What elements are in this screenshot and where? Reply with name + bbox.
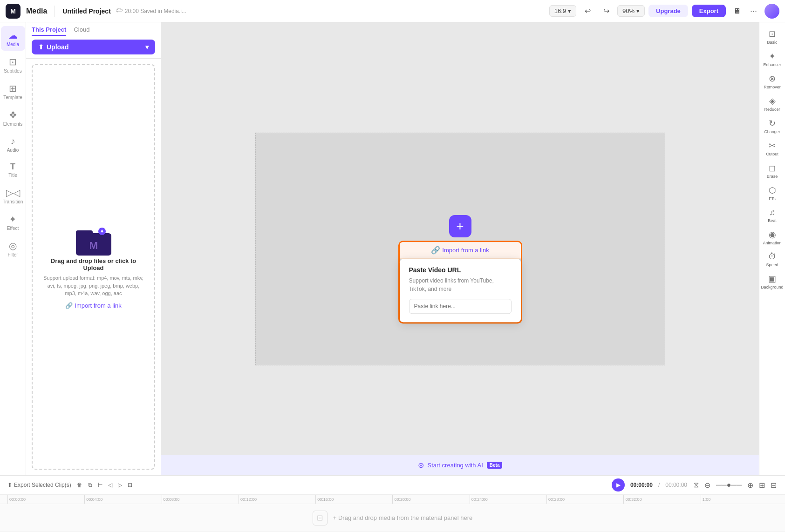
zoom-selector[interactable]: 90% ▾: [617, 5, 645, 17]
right-item-remover[interactable]: ⊗ Remover: [760, 71, 785, 92]
caption-icon[interactable]: ⊟: [770, 480, 778, 491]
split-track-icon[interactable]: ⧖: [693, 480, 700, 490]
split-clip-button[interactable]: ⊢: [98, 482, 102, 488]
trash-icon: 🗑: [77, 482, 82, 488]
audio-icon: ♪: [11, 136, 15, 147]
right-item-beat[interactable]: ♬ Beat: [760, 205, 785, 226]
sidebar-item-title[interactable]: T Title: [1, 158, 25, 182]
canvas-upload-plus-button[interactable]: +: [449, 215, 471, 237]
zoom-in-icon[interactable]: ⊕: [746, 480, 754, 491]
right-item-enhancer[interactable]: ✦ Enhancer: [760, 48, 785, 70]
svg-text:M: M: [89, 240, 97, 251]
total-time: 00:00:00: [665, 482, 687, 488]
bottom-area: ⬆ Export Selected Clip(s) 🗑 ⧉ ⊢ ◁ ▷ ⊡ ▶ …: [0, 475, 785, 532]
monitor-icon-button[interactable]: 🖥: [730, 4, 744, 19]
media-panel-header: This Project Cloud ⬆ Upload ▾: [26, 22, 161, 59]
template-icon: ⊞: [9, 83, 17, 94]
animation-icon: ◉: [769, 229, 776, 240]
right-item-reducer[interactable]: ◈ Reducer: [760, 93, 785, 114]
subtitles-icon: ⊡: [9, 56, 17, 67]
delete-clip-button[interactable]: 🗑: [77, 482, 82, 488]
tab-this-project[interactable]: This Project: [32, 26, 66, 36]
more-options-button[interactable]: ···: [748, 6, 759, 16]
timeline-ruler: 00:00:00 00:04:00 00:08:00 00:12:00 00:1…: [0, 495, 785, 504]
zoom-out-icon[interactable]: ⊖: [703, 480, 711, 491]
effect-icon: ✦: [9, 214, 17, 225]
save-status: 20:00 Saved in Media.i...: [116, 8, 186, 14]
prev-frame-button[interactable]: ◁: [108, 482, 112, 488]
right-item-fts[interactable]: ⬡ FTs: [760, 182, 785, 204]
right-item-label: Beat: [768, 218, 777, 223]
more-timeline-button[interactable]: ⊡: [128, 482, 132, 488]
tab-cloud[interactable]: Cloud: [74, 26, 89, 36]
changer-icon: ↻: [769, 118, 776, 128]
right-item-erase[interactable]: ◻ Erase: [760, 160, 785, 182]
media-import-link[interactable]: 🔗 Import from a link: [65, 302, 121, 309]
undo-button[interactable]: ↩: [580, 4, 595, 19]
timeline-drop-zone[interactable]: ⊡ + Drag and drop media from the materia…: [313, 511, 473, 525]
fit-screen-icon[interactable]: ⊞: [758, 480, 766, 491]
upgrade-button[interactable]: Upgrade: [648, 5, 688, 17]
basic-icon: ⊡: [769, 29, 776, 39]
right-item-changer[interactable]: ↻ Changer: [760, 115, 785, 137]
paste-link-input[interactable]: [409, 299, 512, 314]
aspect-ratio-selector[interactable]: 16:9 ▾: [549, 5, 576, 17]
speed-icon: ⏱: [768, 252, 777, 262]
ai-bar[interactable]: ⊛ Start creating with AI Beta: [161, 455, 759, 475]
next-frame-button[interactable]: ▷: [118, 482, 122, 488]
current-time: 00:00:00: [630, 482, 653, 488]
zoom-slider[interactable]: ──●──: [715, 480, 743, 490]
ruler-mark: 1:00: [701, 495, 778, 504]
export-clips-button[interactable]: ⬆ Export Selected Clip(s): [7, 482, 71, 488]
sidebar-item-label: Media: [7, 42, 19, 47]
right-sidebar: ⊡ Basic ✦ Enhancer ⊗ Remover ◈ Reducer ↻…: [759, 22, 785, 475]
paste-popup-outer-border: 🔗 Import from a link Paste Video URL Sup…: [398, 241, 522, 323]
right-item-basic[interactable]: ⊡ Basic: [760, 26, 785, 47]
avatar[interactable]: [765, 4, 779, 19]
right-item-speed[interactable]: ⏱ Speed: [760, 249, 785, 270]
duplicate-clip-button[interactable]: ⧉: [88, 482, 92, 488]
project-name[interactable]: Untitled Project: [62, 7, 110, 15]
topbar: M Media Untitled Project 20:00 Saved in …: [0, 0, 785, 22]
play-button[interactable]: ▶: [612, 478, 625, 492]
right-item-background[interactable]: ▣ Background: [760, 271, 785, 292]
svg-text:✦: ✦: [100, 228, 104, 235]
beat-icon: ♬: [769, 208, 776, 217]
link-icon: 🔗: [431, 246, 440, 255]
center-right-area: + Click to Upload Or select a template t…: [161, 22, 759, 475]
sidebar-item-elements[interactable]: ❖ Elements: [1, 106, 25, 130]
media-tabs: This Project Cloud: [32, 26, 155, 36]
ruler-mark: 00:16:00: [315, 495, 392, 504]
paste-popup-title: Paste Video URL: [409, 266, 512, 274]
main-layout: ☁ Media ⊡ Subtitles ⊞ Template ❖ Element…: [0, 22, 785, 475]
fts-icon: ⬡: [769, 185, 776, 195]
plus-icon: +: [456, 220, 464, 233]
timeline-drop-hint: + Drag and drop media from the material …: [333, 514, 473, 521]
sidebar-item-template[interactable]: ⊞ Template: [1, 79, 25, 104]
media-drop-zone[interactable]: M ✦ Drag and drop files or click to Uplo…: [32, 64, 155, 470]
more-icon: ⊡: [128, 482, 132, 488]
ruler-mark: 00:00:00: [7, 495, 84, 504]
redo-button[interactable]: ↪: [599, 4, 614, 19]
timeline-tracks-area[interactable]: ⊡ + Drag and drop media from the materia…: [0, 504, 785, 532]
timeline-toolbar: ⬆ Export Selected Clip(s) 🗑 ⧉ ⊢ ◁ ▷ ⊡ ▶ …: [0, 476, 785, 495]
right-item-label: Reducer: [764, 107, 780, 112]
right-item-label: Speed: [766, 263, 778, 267]
right-item-animation[interactable]: ◉ Animation: [760, 227, 785, 248]
erase-icon: ◻: [769, 163, 776, 173]
paste-popup-desc: Support video links from YouTube, TikTok…: [409, 276, 512, 293]
sidebar-item-effect[interactable]: ✦ Effect: [1, 210, 25, 235]
sidebar-item-transition[interactable]: ▷◁ Transition: [1, 183, 25, 208]
sidebar-item-audio[interactable]: ♪ Audio: [1, 132, 25, 156]
app-logo: M: [6, 4, 20, 19]
canvas-area[interactable]: + Click to Upload Or select a template t…: [161, 22, 759, 475]
sidebar-item-filter[interactable]: ◎ Filter: [1, 236, 25, 261]
export-button[interactable]: Export: [692, 5, 726, 17]
right-item-cutout[interactable]: ✂ Cutout: [760, 138, 785, 159]
canvas-frame[interactable]: + Click to Upload Or select a template t…: [255, 133, 665, 365]
upload-button[interactable]: ⬆ Upload ▾: [32, 40, 155, 54]
sidebar-item-subtitles[interactable]: ⊡ Subtitles: [1, 53, 25, 77]
timeline-right-tools: ⧖ ⊖ ──●── ⊕ ⊞ ⊟: [693, 480, 778, 491]
sidebar-item-media[interactable]: ☁ Media: [1, 26, 25, 51]
ruler-mark: 00:32:00: [623, 495, 700, 504]
